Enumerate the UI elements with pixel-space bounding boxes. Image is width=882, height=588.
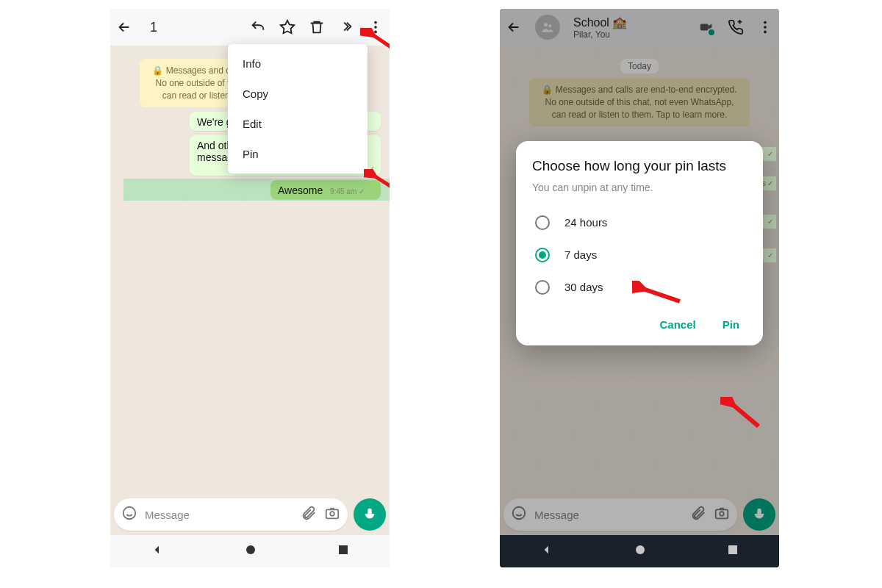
compose-input[interactable]: Message xyxy=(114,498,348,531)
pin-button[interactable]: Pin xyxy=(720,314,742,335)
selection-toolbar: 1 xyxy=(110,9,390,46)
menu-copy[interactable]: Copy xyxy=(228,79,368,109)
compose-placeholder: Message xyxy=(145,509,293,521)
menu-edit[interactable]: Edit xyxy=(228,109,368,139)
compose-bar: Message xyxy=(114,498,386,531)
mic-button[interactable] xyxy=(354,498,386,531)
dialog-title: Choose how long your pin lasts xyxy=(532,157,747,176)
reply-icon[interactable] xyxy=(250,19,266,35)
android-navbar xyxy=(110,535,390,567)
message-meta: 9:45 am✓ xyxy=(330,187,365,196)
svg-rect-7 xyxy=(339,545,348,554)
menu-info[interactable]: Info xyxy=(228,49,368,79)
svg-point-0 xyxy=(374,21,377,24)
nav-back-icon[interactable] xyxy=(151,544,163,559)
svg-point-3 xyxy=(123,507,136,520)
option-label: 7 days xyxy=(564,248,597,261)
cancel-button[interactable]: Cancel xyxy=(656,314,698,335)
nav-home-icon[interactable] xyxy=(245,545,256,558)
pin-duration-dialog: Choose how long your pin lasts You can u… xyxy=(516,141,763,345)
message-text: Awesome xyxy=(278,184,323,196)
option-label: 30 days xyxy=(564,281,603,293)
forward-icon[interactable] xyxy=(338,19,354,35)
svg-point-6 xyxy=(246,545,255,554)
phone-right: School 🏫 Pilar, You Today 🔒 Messages and… xyxy=(500,9,779,567)
message-bubble-selected[interactable]: Awesome 9:45 am✓ xyxy=(270,180,381,199)
option-24h[interactable]: 24 hours xyxy=(532,207,747,239)
svg-rect-4 xyxy=(326,509,339,518)
dialog-actions: Cancel Pin xyxy=(532,314,747,335)
camera-icon[interactable] xyxy=(324,505,340,524)
svg-point-1 xyxy=(374,26,377,29)
phone-left: 1 🔒 Messages and calls are end-to-end en… xyxy=(110,9,390,567)
more-icon[interactable] xyxy=(368,19,384,35)
menu-pin[interactable]: Pin xyxy=(228,139,368,169)
emoji-icon[interactable] xyxy=(121,505,137,524)
dialog-subtitle: You can unpin at any time. xyxy=(532,182,747,193)
radio-icon xyxy=(535,248,550,262)
option-30d[interactable]: 30 days xyxy=(532,271,747,304)
nav-recent-icon[interactable] xyxy=(338,545,348,558)
overflow-menu: Info Copy Edit Pin xyxy=(228,44,368,173)
option-7d[interactable]: 7 days xyxy=(532,239,747,271)
back-icon[interactable] xyxy=(116,19,132,35)
radio-icon xyxy=(535,280,550,295)
selection-count: 1 xyxy=(150,20,237,35)
star-icon[interactable] xyxy=(279,19,295,35)
svg-point-2 xyxy=(374,31,377,34)
option-label: 24 hours xyxy=(564,216,607,229)
attach-icon[interactable] xyxy=(301,505,317,524)
svg-point-5 xyxy=(330,512,334,516)
delete-icon[interactable] xyxy=(309,19,325,35)
radio-icon xyxy=(535,215,550,230)
